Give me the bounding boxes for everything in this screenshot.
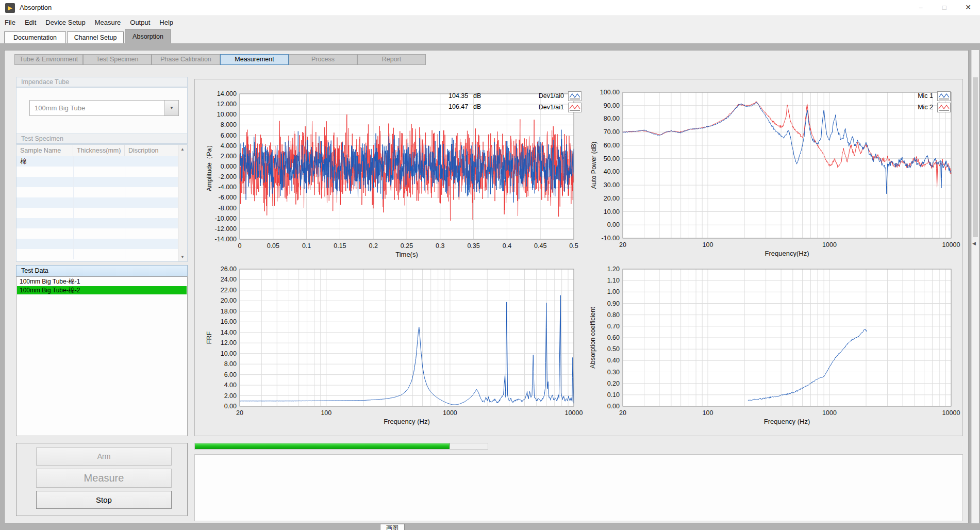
menu-item-output[interactable]: Output [125, 16, 155, 29]
svg-text:FRF: FRF [206, 331, 213, 344]
tab-documentation[interactable]: Documentation [4, 31, 66, 43]
svg-text:Time(s): Time(s) [395, 251, 418, 258]
svg-text:1000: 1000 [822, 409, 837, 417]
svg-text:0.4: 0.4 [503, 242, 511, 250]
collapse-arrow-icon[interactable]: ◀ [972, 241, 976, 246]
legend-label: Dev1/ai1 [539, 104, 564, 111]
svg-text:10000: 10000 [565, 409, 583, 417]
svg-text:30.00: 30.00 [604, 181, 620, 189]
chevron-down-icon[interactable]: ▼ [164, 101, 178, 115]
window-title: Absorption [20, 4, 52, 11]
svg-text:1.00: 1.00 [607, 288, 620, 295]
svg-text:4.00: 4.00 [224, 382, 237, 389]
col-divider [125, 228, 125, 239]
stop-button[interactable]: Stop [36, 491, 172, 509]
svg-text:Frequency (Hz): Frequency (Hz) [384, 418, 430, 425]
svg-text:0.20: 0.20 [607, 380, 620, 387]
test-data-item[interactable]: 100mm Big Tube-棉-2 [17, 286, 187, 294]
svg-text:1.10: 1.10 [607, 277, 620, 284]
table-row[interactable] [16, 167, 178, 177]
svg-text:1.20: 1.20 [607, 266, 620, 273]
subtab-process[interactable]: Process [289, 54, 357, 65]
svg-text:0.30: 0.30 [607, 369, 620, 376]
subtab-tube-environment[interactable]: Tube & Environment [14, 54, 83, 65]
svg-text:80.00: 80.00 [604, 115, 620, 122]
table-row[interactable] [16, 187, 178, 197]
minimize-button[interactable]: – [909, 0, 933, 15]
scroll-up-icon[interactable]: ▲ [178, 147, 187, 152]
svg-text:0.35: 0.35 [467, 242, 479, 250]
table-row[interactable] [16, 197, 178, 208]
tube-dropdown[interactable]: 100mm Big Tube ▼ [29, 100, 179, 116]
test-specimen-table[interactable]: Sample NameThickness(mm)Discription棉▲▼ [16, 144, 188, 262]
table-row[interactable] [16, 218, 178, 228]
time-chart-legend: Dev1/ai0Dev1/ai1 [525, 90, 582, 113]
legend-entry: Mic 2 [905, 102, 951, 113]
app-icon: ▶ [5, 3, 15, 13]
svg-text:8.00: 8.00 [224, 360, 237, 368]
vertical-scrollbar[interactable]: ◀ [971, 50, 979, 523]
table-row[interactable] [16, 249, 178, 259]
subtab-report[interactable]: Report [357, 54, 426, 65]
svg-text:22.00: 22.00 [221, 287, 237, 294]
measure-button[interactable]: Measure [36, 469, 172, 488]
table-scrollbar[interactable]: ▲▼ [178, 145, 187, 261]
legend-label: Mic 1 [918, 92, 933, 100]
legend-label: Dev1/ai0 [539, 92, 564, 100]
absorption-coefficient-chart[interactable]: 1.201.101.000.900.800.700.600.500.400.30… [588, 261, 972, 429]
menu-item-file[interactable]: File [0, 16, 20, 29]
svg-text:20: 20 [236, 409, 243, 417]
svg-text:2.00: 2.00 [224, 392, 237, 400]
svg-text:20: 20 [619, 241, 626, 249]
table-row[interactable]: 棉 [16, 156, 178, 167]
chart-panel: 14.00012.00010.0008.0006.0004.0002.0000.… [194, 79, 963, 436]
legend-entry: Dev1/ai1 [525, 102, 582, 113]
bottom-tab-huatu[interactable]: 画图 [380, 524, 405, 530]
svg-text:0.000: 0.000 [221, 163, 237, 170]
test-data-item[interactable]: 100mm Big Tube-棉-1 [17, 277, 187, 286]
col-divider [73, 218, 74, 228]
menu-item-measure[interactable]: Measure [90, 16, 126, 29]
svg-text:0.2: 0.2 [369, 242, 378, 250]
col-divider [125, 156, 125, 167]
svg-text:0.90: 0.90 [607, 300, 620, 307]
table-row[interactable] [16, 228, 178, 239]
table-row[interactable] [16, 208, 178, 218]
cursor-readout: 104.35dB [449, 92, 481, 103]
close-button[interactable]: ✕ [956, 0, 980, 15]
svg-text:0.15: 0.15 [334, 242, 346, 250]
svg-text:100: 100 [321, 409, 331, 417]
table-row[interactable] [16, 239, 178, 249]
svg-text:Auto Power (dB): Auto Power (dB) [590, 142, 597, 189]
col-divider [73, 228, 74, 239]
svg-text:2.000: 2.000 [221, 153, 237, 160]
svg-text:100: 100 [703, 241, 713, 249]
col-divider [73, 208, 74, 218]
col-divider [125, 239, 125, 249]
svg-text:0.50: 0.50 [607, 345, 620, 353]
svg-text:0.00: 0.00 [607, 221, 620, 228]
svg-text:12.00: 12.00 [221, 339, 237, 346]
svg-text:1000: 1000 [443, 409, 457, 417]
table-row[interactable] [16, 177, 178, 187]
test-data-list[interactable]: 100mm Big Tube-棉-1100mm Big Tube-棉-2 [16, 276, 188, 436]
subtab-phase-calibration[interactable]: Phase Calibration [152, 54, 220, 65]
col-divider [125, 208, 125, 218]
svg-text:Frequency (Hz): Frequency (Hz) [764, 418, 810, 425]
column-header-discription: Discription [125, 145, 178, 156]
svg-text:10.00: 10.00 [221, 350, 237, 357]
menu-item-device-setup[interactable]: Device Setup [41, 16, 90, 29]
scroll-down-icon[interactable]: ▼ [178, 255, 187, 259]
legend-plot-icon [568, 103, 582, 112]
scrollbar-thumb[interactable] [973, 77, 978, 237]
subtab-test-specimen[interactable]: Test Specimen [83, 54, 152, 65]
tab-absorption[interactable]: Absorption [125, 29, 171, 43]
menu-item-edit[interactable]: Edit [20, 16, 41, 29]
frf-chart[interactable]: 26.0024.0022.0020.0018.0016.0014.0012.00… [201, 261, 585, 429]
cursor-value: 104.35 [449, 92, 473, 100]
svg-text:0.00: 0.00 [607, 403, 620, 410]
tab-channel-setup[interactable]: Channel Setup [67, 31, 124, 43]
arm-button[interactable]: Arm [36, 448, 172, 466]
subtab-measurement[interactable]: Measurement [220, 54, 289, 65]
menu-item-help[interactable]: Help [155, 16, 178, 29]
